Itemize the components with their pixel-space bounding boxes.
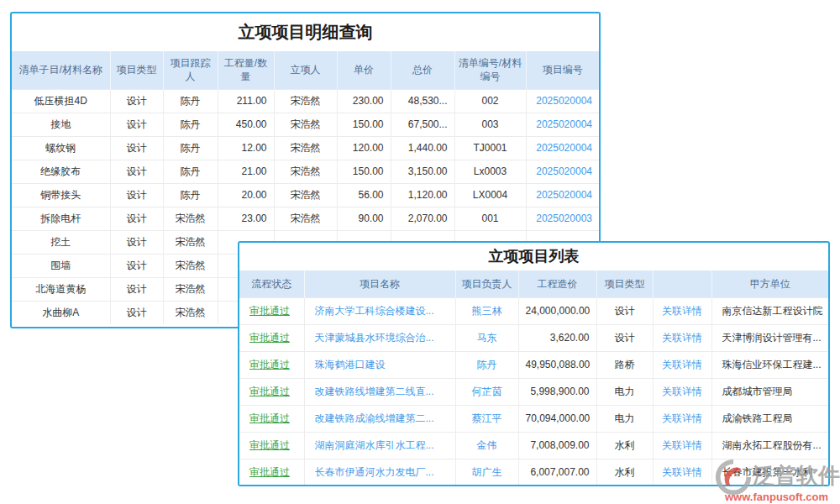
list_panel-cell-detail[interactable]: 关联详情 <box>653 324 711 351</box>
detail_panel-cell-project_type: 设计 <box>110 89 163 113</box>
detail_panel-cell-list_no: TJ0001 <box>454 136 526 160</box>
list_panel-cell-status[interactable]: 审批通过 <box>239 351 304 378</box>
table-row: 绝缘胶布设计陈丹21.00宋浩然150.003,150.00Lx00032025… <box>12 160 599 183</box>
list_panel-cell-project_name[interactable]: 改建铁路线增建第二线直... <box>304 378 455 405</box>
list_panel-cell-detail[interactable]: 关联详情 <box>653 378 711 405</box>
detail_panel-cell-material_name: 螺纹钢 <box>12 136 110 160</box>
detail_panel-cell-quantity: 12.00 <box>218 136 274 160</box>
detail_panel-cell-project_type: 设计 <box>110 254 163 277</box>
list_panel-cell-detail[interactable]: 关联详情 <box>653 432 711 459</box>
list_panel-header-leader: 项目负责人 <box>455 270 518 297</box>
detail_panel-cell-tracker: 陈丹 <box>163 183 218 207</box>
detail_panel-cell-project_type: 设计 <box>110 136 163 160</box>
detail_panel-header-quantity: 工程量/数量 <box>218 51 274 89</box>
list_panel-cell-party: 成都城市管理局 <box>711 378 828 405</box>
list_panel-header-row: 流程状态项目名称项目负责人工程造价项目类型甲方单位 <box>239 270 828 297</box>
detail_panel-cell-total_price: 1,120.00 <box>391 183 454 207</box>
list_panel-cell-status[interactable]: 审批通过 <box>239 378 304 405</box>
table-row: 低压横担4D设计陈丹211.00宋浩然230.0048,530...002202… <box>12 89 599 113</box>
list_panel-cell-detail[interactable]: 关联详情 <box>653 351 711 378</box>
detail_panel-cell-list_no: LX0004 <box>454 183 526 207</box>
detail_panel-cell-quantity: 450.00 <box>218 113 274 136</box>
list_panel-cell-detail[interactable]: 关联详情 <box>653 297 711 324</box>
list_panel-cell-type: 电力 <box>596 378 653 405</box>
list_panel-cell-status[interactable]: 审批通过 <box>239 297 304 324</box>
list-table: 流程状态项目名称项目负责人工程造价项目类型甲方单位审批通过济南大学工科综合楼建设… <box>239 270 828 486</box>
detail_panel-cell-quantity: 23.00 <box>218 207 274 230</box>
list_panel-cell-leader[interactable]: 何芷茵 <box>455 378 518 405</box>
list_panel-cell-leader[interactable]: 蔡江平 <box>455 405 518 432</box>
list_panel-cell-status[interactable]: 审批通过 <box>239 324 304 351</box>
list_panel-cell-project_name[interactable]: 改建铁路成渝线增建第二... <box>304 405 455 432</box>
list_panel-cell-project_name[interactable]: 长春市伊通河水力发电厂... <box>304 459 455 486</box>
list_panel-cell-leader[interactable]: 陈丹 <box>455 351 518 378</box>
list_panel-cell-project_name[interactable]: 济南大学工科综合楼建设... <box>304 297 455 324</box>
detail_panel-cell-initiator: 宋浩然 <box>274 89 337 113</box>
detail_panel-cell-quantity: 211.00 <box>218 89 274 113</box>
list_panel-cell-party: 湖南永拓工程股份有... <box>711 432 828 459</box>
detail_panel-cell-tracker: 宋浩然 <box>163 277 218 301</box>
list_panel-cell-project_name[interactable]: 湖南洞庭湖水库引水工程... <box>304 432 455 459</box>
table-row: 螺纹钢设计陈丹12.00宋浩然120.001,440.00TJ000120250… <box>12 136 599 160</box>
list_panel-header-type: 项目类型 <box>596 270 653 297</box>
list_panel-cell-status[interactable]: 审批通过 <box>239 432 304 459</box>
detail_panel-cell-project_type: 设计 <box>110 230 163 254</box>
list_panel-cell-status[interactable]: 审批通过 <box>239 459 304 486</box>
detail_panel-cell-material_name: 水曲柳A <box>12 301 110 324</box>
list_panel-header-cost: 工程造价 <box>518 270 596 297</box>
table-row: 铜带接头设计陈丹20.00宋浩然56.001,120.00LX000420250… <box>12 183 599 207</box>
list_panel-cell-party: 天津博润设计管理有... <box>711 324 828 351</box>
detail_panel-header-material_name: 清单子目/材料名称 <box>12 51 110 89</box>
list_panel-cell-cost: 49,950,088.00 <box>518 351 596 378</box>
list_panel-cell-leader[interactable]: 金伟 <box>455 432 518 459</box>
detail_panel-cell-project_no[interactable]: 2025020004 <box>526 160 599 183</box>
list_panel-header-status: 流程状态 <box>239 270 304 297</box>
detail_panel-cell-unit_price: 150.00 <box>337 160 391 183</box>
detail_panel-cell-project_type: 设计 <box>110 113 163 136</box>
detail_panel-cell-quantity: 20.00 <box>218 183 274 207</box>
detail_panel-cell-unit_price: 150.00 <box>337 113 391 136</box>
list_panel-cell-leader[interactable]: 熊三林 <box>455 297 518 324</box>
detail-panel-title: 立项项目明细查询 <box>12 13 599 51</box>
detail_panel-cell-project_no[interactable]: 2025020004 <box>526 183 599 207</box>
list_panel-header-project_name: 项目名称 <box>304 270 455 297</box>
list_panel-cell-type: 电力 <box>596 405 653 432</box>
table-row: 审批通过济南大学工科综合楼建设...熊三林24,000,000.00设计关联详情… <box>239 297 828 324</box>
list_panel-cell-project_name[interactable]: 天津蒙城县水环境综合治... <box>304 324 455 351</box>
list_panel-cell-type: 设计 <box>596 324 653 351</box>
list_panel-cell-status[interactable]: 审批通过 <box>239 405 304 432</box>
detail_panel-cell-total_price: 67,500... <box>391 113 454 136</box>
detail_panel-cell-unit_price: 230.00 <box>337 89 391 113</box>
list_panel-cell-project_name[interactable]: 珠海鹤港口建设 <box>304 351 455 378</box>
list_panel-cell-leader[interactable]: 胡广生 <box>455 459 518 486</box>
detail_panel-cell-tracker: 陈丹 <box>163 136 218 160</box>
detail_panel-cell-project_no[interactable]: 2025020004 <box>526 89 599 113</box>
list_panel-cell-detail[interactable]: 关联详情 <box>653 405 711 432</box>
table-row: 审批通过长春市伊通河水力发电厂...胡广生6,007,007.00水利关联详情长… <box>239 459 828 486</box>
list_panel-cell-detail[interactable]: 关联详情 <box>653 459 711 486</box>
detail_panel-cell-project_type: 设计 <box>110 160 163 183</box>
detail_panel-header-unit_price: 单价 <box>337 51 391 89</box>
list_panel-cell-party: 南京信达新工程设计院 <box>711 297 828 324</box>
detail_panel-cell-initiator: 宋浩然 <box>274 160 337 183</box>
detail_panel-cell-material_name: 接地 <box>12 113 110 136</box>
detail_panel-cell-project_no[interactable]: 2025020003 <box>526 207 599 230</box>
detail_panel-cell-project_type: 设计 <box>110 207 163 230</box>
detail_panel-header-tracker: 项目跟踪人 <box>163 51 218 89</box>
table-row: 审批通过珠海鹤港口建设陈丹49,950,088.00路桥关联详情珠海信业环保工程… <box>239 351 828 378</box>
detail_panel-header-list_no: 清单编号/材料编号 <box>454 51 526 89</box>
detail_panel-cell-material_name: 围墙 <box>12 254 110 277</box>
table-row: 接地设计陈丹450.00宋浩然150.0067,500...0032025020… <box>12 113 599 136</box>
detail_panel-cell-project_type: 设计 <box>110 301 163 324</box>
detail_panel-header-initiator: 立项人 <box>274 51 337 89</box>
detail_panel-cell-material_name: 挖土 <box>12 230 110 254</box>
detail_panel-cell-tracker: 宋浩然 <box>163 254 218 277</box>
table-row: 审批通过天津蒙城县水环境综合治...马东3,620.00设计关联详情天津博润设计… <box>239 324 828 351</box>
list_panel-cell-type: 路桥 <box>596 351 653 378</box>
list_panel-cell-leader[interactable]: 马东 <box>455 324 518 351</box>
detail_panel-cell-project_no[interactable]: 2025020004 <box>526 113 599 136</box>
list_panel-cell-party: 成渝铁路工程局 <box>711 405 828 432</box>
list_panel-cell-type: 设计 <box>596 297 653 324</box>
detail_panel-cell-project_no[interactable]: 2025020004 <box>526 136 599 160</box>
detail_panel-cell-material_name: 拆除电杆 <box>12 207 110 230</box>
